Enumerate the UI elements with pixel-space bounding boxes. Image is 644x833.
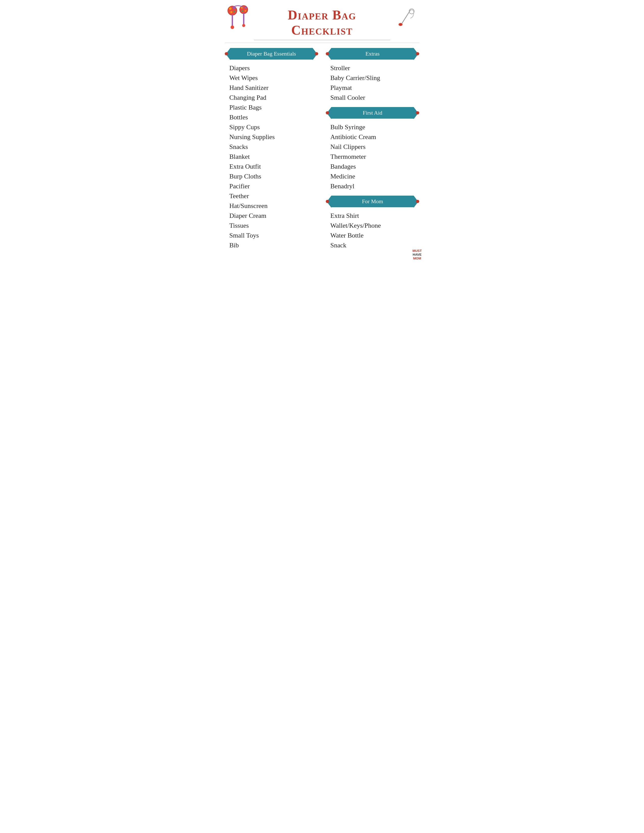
list-item: Hat/Sunscreen — [229, 201, 318, 211]
list-item: Plastic Bags — [229, 103, 318, 113]
list-item: Changing Pad — [229, 93, 318, 103]
for-mom-label: For Mom — [362, 198, 383, 205]
extras-label: Extras — [365, 50, 380, 57]
list-item: Bottles — [229, 113, 318, 122]
svg-point-10 — [242, 10, 243, 12]
extras-list: Stroller Baby Carrier/Sling Playmat Smal… — [326, 63, 419, 103]
list-item: Extra Outfit — [229, 162, 318, 171]
list-item: Hand Sanitizer — [229, 83, 318, 93]
svg-point-3 — [230, 11, 232, 13]
for-mom-section-banner: For Mom — [331, 196, 414, 207]
brand-line1: MUST — [412, 249, 422, 252]
svg-point-6 — [230, 26, 234, 29]
list-item: Baby Carrier/Sling — [330, 73, 419, 83]
list-item: Diapers — [229, 63, 318, 73]
list-item: Small Cooler — [330, 93, 419, 103]
list-item: Teether — [229, 191, 318, 201]
list-item: Playmat — [330, 83, 419, 93]
banner-dot-left — [225, 52, 228, 55]
brand-watermark: MUST HAVE MOM — [412, 249, 422, 260]
list-item: Tissues — [229, 220, 318, 230]
for-mom-list: Extra Shirt Wallet/Keys/Phone Water Bott… — [326, 211, 419, 250]
right-column: Extras Stroller Baby Carrier/Sling Playm… — [326, 48, 419, 255]
svg-point-13 — [242, 24, 245, 27]
extras-dot-right — [416, 52, 419, 55]
list-item: Extra Shirt — [330, 211, 419, 220]
list-item: Nursing Supplies — [229, 132, 318, 142]
extras-dot-left — [326, 52, 329, 55]
first-aid-dot-left — [326, 111, 329, 114]
list-item: Bandages — [330, 162, 419, 171]
list-item: Antibiotic Cream — [330, 132, 419, 142]
for-mom-dot-left — [326, 199, 329, 203]
for-mom-dot-right — [416, 199, 419, 203]
main-content: Diaper Bag Essentials Diapers Wet Wipes … — [225, 48, 419, 255]
first-aid-label: First Aid — [363, 109, 382, 116]
for-mom-section: For Mom Extra Shirt Wallet/Keys/Phone Wa… — [326, 196, 419, 250]
list-item: Bulb Syringe — [330, 122, 419, 132]
svg-point-9 — [245, 6, 247, 9]
first-aid-dot-right — [416, 111, 419, 114]
list-item: Pacifier — [229, 181, 318, 191]
list-item: Snacks — [229, 142, 318, 152]
svg-point-17 — [399, 24, 402, 26]
banner-dot-right — [315, 52, 318, 55]
for-mom-banner-wrapper: For Mom — [331, 196, 414, 207]
first-aid-banner-wrapper: First Aid — [331, 107, 414, 119]
essentials-list: Diapers Wet Wipes Hand Sanitizer Changin… — [225, 63, 318, 250]
page-title: Diaper Bag Checklist — [225, 8, 419, 38]
extras-section: Extras Stroller Baby Carrier/Sling Playm… — [326, 48, 419, 103]
list-item: Snack — [330, 240, 419, 250]
svg-point-4 — [233, 11, 235, 12]
list-item: Burp Cloths — [229, 171, 318, 181]
brand-line3: MOM — [412, 256, 422, 260]
essentials-section-banner: Diaper Bag Essentials — [230, 48, 313, 60]
svg-point-11 — [245, 10, 246, 11]
first-aid-section: First Aid Bulb Syringe Antibiotic Cream … — [326, 107, 419, 191]
svg-point-1 — [229, 7, 232, 10]
list-item: Thermometer — [330, 152, 419, 162]
page-header: Diaper Bag Checklist — [225, 8, 419, 43]
brand-line2: HAVE — [412, 252, 422, 256]
svg-point-7 — [240, 6, 248, 14]
list-item: Wallet/Keys/Phone — [330, 220, 419, 230]
list-item: Medicine — [330, 171, 419, 181]
list-item: Nail Clippers — [330, 142, 419, 152]
safety-pin-icon — [396, 8, 417, 28]
extras-banner-wrapper: Extras — [331, 48, 414, 60]
first-aid-list: Bulb Syringe Antibiotic Cream Nail Clipp… — [326, 122, 419, 191]
list-item: Bib — [229, 240, 318, 250]
list-item: Blanket — [229, 152, 318, 162]
list-item: Water Bottle — [330, 230, 419, 240]
list-item: Wet Wipes — [229, 73, 318, 83]
essentials-banner-wrapper: Diaper Bag Essentials — [230, 48, 313, 60]
maracas-icon — [225, 5, 253, 33]
list-item: Small Toys — [229, 230, 318, 240]
list-item: Stroller — [330, 63, 419, 73]
list-item: Sippy Cups — [229, 122, 318, 132]
left-column: Diaper Bag Essentials Diapers Wet Wipes … — [225, 48, 318, 255]
first-aid-section-banner: First Aid — [331, 107, 414, 119]
list-item: Diaper Cream — [229, 211, 318, 220]
list-item: Benadryl — [330, 181, 419, 191]
extras-section-banner: Extras — [331, 48, 414, 60]
essentials-label: Diaper Bag Essentials — [247, 50, 296, 57]
